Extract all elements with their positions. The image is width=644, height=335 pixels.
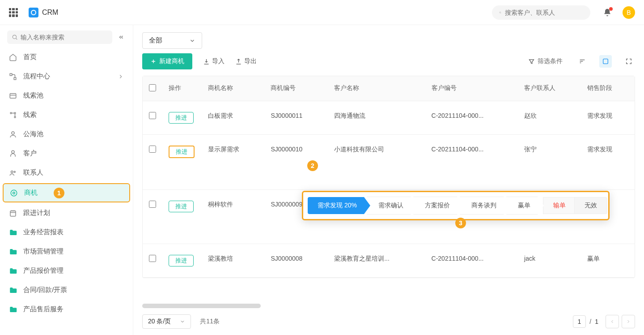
row-checkbox[interactable] [149, 112, 156, 119]
logo-icon [29, 8, 38, 17]
total-count-label: 共11条 [200, 318, 220, 326]
search-icon [499, 9, 501, 16]
sort-button[interactable] [576, 55, 589, 68]
new-opportunity-button[interactable]: 新建商机 [142, 53, 192, 69]
global-search-input[interactable] [505, 9, 583, 16]
sidebar-item-label: 商机 [24, 189, 38, 197]
advance-button[interactable]: 推进 [169, 201, 194, 212]
filter-button[interactable]: 筛选条件 [525, 55, 565, 68]
row-checkbox[interactable] [149, 146, 156, 153]
cell-contact: 张宁 [518, 135, 580, 190]
cell-customer: 梁溪教育之星培训... [328, 244, 425, 278]
col-header-code: 商机编号 [264, 76, 328, 101]
horizontal-scrollbar[interactable] [142, 304, 635, 308]
sidebar-item-followup[interactable]: 跟进计划 [0, 203, 133, 223]
sidebar-item-opportunity[interactable]: 商机 1 [3, 183, 130, 202]
svg-rect-19 [10, 210, 16, 216]
sidebar-item-quote[interactable]: 产品报价管理 [0, 261, 133, 280]
view-filter-select[interactable]: 全部 [142, 32, 202, 49]
search-icon [12, 34, 18, 40]
cell-code: SJ0000011 [264, 101, 328, 135]
list-view-button[interactable] [599, 55, 612, 68]
sidebar-item-label: 首页 [23, 53, 124, 61]
row-checkbox[interactable] [149, 255, 156, 262]
folder-icon [9, 228, 17, 236]
stage-item-lose[interactable]: 输单 [543, 197, 576, 214]
sidebar-search[interactable] [7, 30, 112, 44]
sidebar-item-label: 合同/回款/开票 [23, 286, 124, 294]
table-row: 推进白板需求SJ0000011四海通物流C-20211104-000...赵欣需… [143, 101, 635, 135]
expand-icon [625, 58, 632, 65]
stage-item[interactable]: 方案报价 [413, 197, 463, 215]
export-label: 导出 [244, 57, 257, 65]
svg-point-18 [13, 192, 15, 194]
folder-icon [9, 305, 17, 314]
user-avatar[interactable]: B [623, 6, 635, 19]
folder-icon [9, 248, 17, 256]
select-all-checkbox[interactable] [149, 84, 156, 91]
export-button[interactable]: 导出 [235, 57, 257, 65]
total-pages: 1 [595, 318, 598, 325]
filter-selected-label: 全部 [149, 36, 162, 45]
current-page[interactable]: 1 [573, 315, 586, 328]
row-checkbox[interactable] [149, 201, 156, 208]
cell-stage: 需求发现 [581, 101, 635, 135]
sidebar-item-home[interactable]: 首页 [0, 47, 133, 67]
svg-rect-5 [14, 77, 16, 80]
plan-icon [9, 209, 17, 217]
contact-icon [9, 169, 17, 177]
svg-point-10 [14, 116, 16, 118]
toolbar: 新建商机 导入 导出 筛选条件 [133, 53, 644, 76]
svg-point-8 [10, 112, 12, 114]
import-button[interactable]: 导入 [203, 57, 225, 65]
sidebar-item-label: 产品报价管理 [23, 266, 124, 275]
stage-item-invalid[interactable]: 无效 [574, 197, 607, 214]
sidebar-item-lead-pool[interactable]: 线索池 [0, 86, 133, 105]
svg-point-0 [500, 12, 501, 13]
next-page-button[interactable] [622, 315, 635, 328]
cell-name: 桐梓软件 [202, 190, 264, 244]
app-logo[interactable]: CRM [29, 8, 58, 17]
global-search[interactable] [492, 5, 590, 20]
sidebar-collapse-button[interactable] [117, 33, 126, 42]
chevron-down-icon [180, 319, 185, 324]
apps-grid-icon[interactable] [9, 8, 18, 17]
stage-item[interactable]: 赢单 [506, 197, 544, 215]
cell-name: 显示屏需求 [202, 135, 264, 190]
stage-item[interactable]: 需求确认 [367, 197, 417, 215]
sidebar-search-input[interactable] [21, 34, 108, 41]
app-name: CRM [42, 9, 58, 17]
notifications-button[interactable] [603, 8, 612, 17]
advance-button[interactable]: 推进 [169, 112, 194, 124]
sidebar-item-contact[interactable]: 联系人 [0, 163, 133, 182]
sidebar-item-aftersale[interactable]: 产品售后服务 [0, 300, 133, 319]
svg-point-14 [12, 150, 14, 153]
advance-button[interactable]: 推进 [169, 146, 195, 158]
prev-page-button[interactable] [606, 315, 619, 328]
advance-button[interactable]: 推进 [169, 255, 194, 266]
cell-name: 白板需求 [202, 101, 264, 135]
cell-code: SJ0000010 [264, 135, 328, 190]
fullscreen-button[interactable] [623, 55, 635, 68]
app-header: CRM B [0, 0, 644, 25]
svg-point-13 [12, 132, 14, 134]
page-size-select[interactable]: 20 条/页 [142, 314, 191, 329]
chevron-left-icon [610, 319, 615, 324]
sidebar-item-flow[interactable]: 流程中心 [0, 67, 133, 86]
col-header-customer-code: 客户编号 [425, 76, 518, 101]
table-row: 推进梁溪教培SJ0000008梁溪教育之星培训...C-20211104-000… [143, 244, 635, 278]
cell-code: SJ0000008 [264, 244, 328, 278]
cell-customer-code: C-20211104-000... [425, 244, 518, 278]
sidebar-item-contract[interactable]: 合同/回款/开票 [0, 280, 133, 300]
customer-icon [9, 150, 17, 158]
stage-item[interactable]: 需求发现 20% [308, 197, 370, 214]
sidebar: 首页 流程中心 线索池 线索 公海池 客户 联系人 商机 [0, 25, 133, 335]
cell-customer: 四海通物流 [328, 101, 425, 135]
stage-item[interactable]: 商务谈判 [460, 197, 510, 215]
sidebar-item-customer[interactable]: 客户 [0, 144, 133, 163]
sidebar-item-public-sea[interactable]: 公海池 [0, 125, 133, 144]
sidebar-item-lead[interactable]: 线索 [0, 105, 133, 125]
col-header-op: 操作 [162, 76, 202, 101]
sidebar-item-biz-report[interactable]: 业务经营报表 [0, 223, 133, 242]
sidebar-item-marketing[interactable]: 市场营销管理 [0, 242, 133, 261]
